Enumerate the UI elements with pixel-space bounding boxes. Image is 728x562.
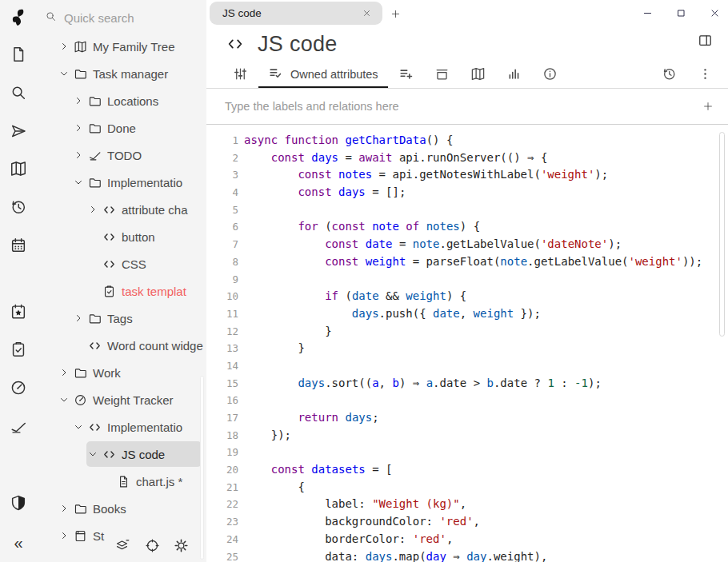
line-number: 4	[206, 184, 238, 201]
tree-item-chart-js[interactable]: chart.js *	[37, 468, 206, 495]
collapse-tree-button[interactable]: «	[8, 532, 29, 553]
note-map-button[interactable]	[8, 160, 29, 181]
calendar-events-button[interactable]	[8, 303, 29, 324]
quick-search-input[interactable]: Quick search	[37, 0, 206, 35]
tree-item-done[interactable]: Done	[37, 114, 206, 141]
calendar-button[interactable]	[8, 237, 29, 257]
sync-status-button[interactable]	[112, 537, 131, 556]
chevron-spacer	[86, 257, 99, 270]
tab-close-button[interactable]	[360, 7, 373, 20]
line-number: 11	[206, 305, 238, 323]
revisions-button[interactable]	[651, 62, 687, 89]
tree-item-label: Done	[107, 122, 136, 135]
weight-tracker-button[interactable]	[8, 379, 29, 400]
minimize-button[interactable]	[640, 6, 654, 20]
note-map-tab[interactable]	[460, 62, 496, 88]
history-icon	[10, 198, 27, 219]
tree-item-tags[interactable]: Tags	[37, 305, 206, 332]
chevron-right-icon[interactable]	[58, 366, 70, 379]
tree-item-word-count-widge[interactable]: Word count widge	[37, 332, 206, 359]
basic-properties-tab[interactable]	[222, 62, 258, 88]
global-menu-button[interactable]	[142, 537, 162, 556]
chevron-down-icon[interactable]	[58, 67, 70, 80]
code-text: borderColor: 'red',	[244, 531, 453, 548]
map-icon	[72, 39, 88, 54]
jump-to-note-button[interactable]	[8, 122, 29, 143]
tree-item-label: CSS	[122, 257, 146, 271]
tree-item-todo[interactable]: TODO	[37, 141, 206, 169]
line-number: 12	[206, 323, 238, 341]
note-paths-tab[interactable]	[424, 62, 460, 88]
chevron-right-icon[interactable]	[72, 122, 85, 134]
tree-item-locations[interactable]: Locations	[37, 87, 206, 114]
search-button[interactable]	[8, 84, 29, 105]
code-line-24: 24 borderColor: 'red',	[206, 531, 728, 548]
chevron-down-icon[interactable]	[58, 393, 70, 406]
new-note-button[interactable]	[8, 46, 29, 66]
map-icon	[470, 66, 486, 85]
code-line-22: 22 label: "Weight (kg)",	[206, 496, 728, 513]
split-pane-icon[interactable]	[698, 33, 715, 50]
shield-icon	[10, 494, 27, 515]
new-tab-button[interactable]	[388, 6, 402, 21]
line-number: 17	[206, 409, 238, 427]
tree-item-js-code[interactable]: JS code	[37, 440, 206, 468]
code-text: const date = note.getLabelValue('dateNot…	[244, 236, 622, 253]
chevron-down-icon[interactable]	[86, 448, 99, 460]
tree-item-work[interactable]: Work	[37, 359, 206, 386]
code-line-1: 1async function getChartData() {	[206, 132, 728, 149]
bar-chart-icon	[506, 66, 522, 85]
tree-item-task-templat[interactable]: task templat	[37, 277, 206, 305]
chevron-right-icon[interactable]	[58, 40, 70, 53]
code-text: }	[244, 323, 332, 341]
chevron-right-icon[interactable]	[86, 203, 99, 216]
protected-session-button[interactable]	[8, 494, 29, 515]
tree-item-books[interactable]: Books	[37, 495, 206, 522]
tab-js-code[interactable]: JS code	[210, 2, 382, 25]
similar-notes-tab[interactable]	[496, 62, 532, 88]
tree-item-implementatio[interactable]: Implementatio	[37, 413, 206, 440]
owned-attributes-tab[interactable]: Owned attributes	[258, 62, 388, 88]
recent-changes-button[interactable]	[8, 198, 29, 219]
close-window-button[interactable]	[707, 6, 722, 20]
maximize-button[interactable]	[674, 6, 688, 20]
code-text: for (const note of notes) {	[244, 218, 480, 236]
settings-button[interactable]	[171, 537, 190, 556]
layers-icon	[114, 538, 130, 556]
tree-item-weight-tracker[interactable]: Weight Tracker	[37, 386, 206, 413]
chevron-spacer	[72, 339, 85, 352]
code-line-14: 14	[206, 357, 728, 375]
tree-scrollbar[interactable]	[200, 376, 204, 560]
folder-icon	[86, 121, 102, 135]
chevron-right-icon[interactable]	[72, 94, 85, 107]
code-line-8: 8 const weight = parseFloat(note.getLabe…	[206, 253, 728, 271]
chevron-right-icon[interactable]	[58, 502, 70, 515]
add-attribute-button[interactable]	[701, 99, 715, 114]
code-line-10: 10 if (date && weight) {	[206, 288, 728, 305]
chevron-right-icon[interactable]	[72, 149, 85, 161]
code-line-25: 25 data: days.map(day ⇒ day.weight),	[206, 548, 728, 562]
tree-item-button[interactable]: button	[37, 223, 206, 250]
task-manager-button[interactable]	[8, 341, 29, 361]
code-line-18: 18 });	[206, 427, 728, 444]
code-editor[interactable]: 1async function getChartData() {2 const …	[206, 126, 728, 562]
tree-item-css[interactable]: CSS	[37, 250, 206, 277]
note-title[interactable]: JS code	[258, 32, 338, 57]
inherited-attributes-tab[interactable]	[388, 62, 424, 88]
tree-item-my-family-tree[interactable]: My Family Tree	[37, 33, 206, 60]
chevron-down-icon[interactable]	[72, 421, 85, 433]
todo-button[interactable]	[8, 418, 29, 439]
line-number: 23	[206, 513, 238, 531]
tree-item-implementatio[interactable]: Implementatio	[37, 169, 206, 196]
tree-item-task-manager[interactable]: Task manager	[37, 60, 206, 87]
tree-item-label: Books	[93, 502, 126, 516]
more-options-button[interactable]	[687, 62, 723, 89]
note-info-tab[interactable]	[532, 62, 568, 88]
attributes-input[interactable]: Type the labels and relations here	[225, 100, 701, 113]
editor-scrollbar[interactable]	[719, 132, 725, 337]
chevron-down-icon[interactable]	[72, 176, 85, 189]
code-line-6: 6 for (const note of notes) {	[206, 218, 728, 236]
tree-item-label: Locations	[107, 94, 158, 108]
chevron-right-icon[interactable]	[72, 312, 85, 325]
tree-item-attribute-cha[interactable]: attribute cha	[37, 196, 206, 223]
